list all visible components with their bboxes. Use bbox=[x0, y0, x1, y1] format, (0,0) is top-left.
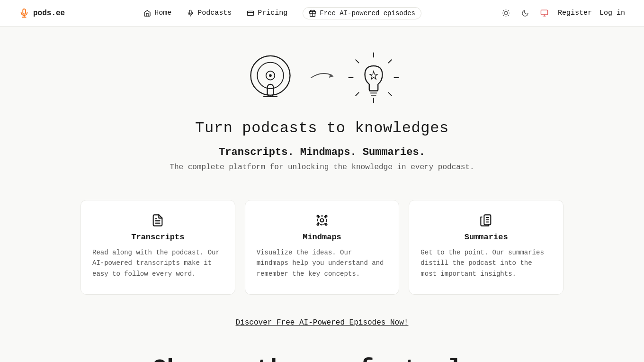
svg-line-16 bbox=[503, 15, 504, 16]
feature-card-summaries: Summaries Get to the point. Our summarie… bbox=[409, 200, 564, 295]
hero-title: Turn podcasts to knowledges bbox=[195, 119, 449, 137]
nav-right: Register Log in bbox=[500, 7, 625, 19]
credit-card-icon bbox=[247, 9, 254, 17]
nav-gift-badge[interactable]: Free AI-powered episodes bbox=[303, 7, 421, 19]
svg-point-45 bbox=[325, 216, 327, 217]
cta-section: Discover Free AI-Powered Episodes Now! bbox=[0, 314, 644, 346]
logo-icon bbox=[19, 8, 29, 18]
hero-description: The complete platform for unlocking the … bbox=[170, 163, 474, 172]
nav-podcasts[interactable]: Podcasts bbox=[187, 9, 232, 17]
transcripts-text: Read along with the podcast. Our AI-powe… bbox=[92, 247, 224, 279]
feature-card-transcripts: Transcripts Read along with the podcast.… bbox=[80, 200, 235, 295]
svg-point-42 bbox=[321, 219, 324, 222]
svg-rect-3 bbox=[189, 10, 191, 14]
login-link[interactable]: Log in bbox=[599, 9, 625, 17]
cta-link[interactable]: Discover Free AI-Powered Episodes Now! bbox=[236, 318, 409, 327]
svg-point-46 bbox=[317, 224, 319, 226]
navbar: pods.ee Home Podcasts bbox=[0, 0, 644, 27]
summaries-text: Get to the point. Our summaries distill … bbox=[420, 247, 552, 279]
svg-line-33 bbox=[388, 92, 391, 95]
svg-rect-0 bbox=[23, 9, 26, 14]
feature-cards: Transcripts Read along with the podcast.… bbox=[62, 200, 582, 295]
register-link[interactable]: Register bbox=[558, 9, 592, 17]
svg-line-12 bbox=[503, 10, 504, 11]
mindmaps-title: Mindmaps bbox=[257, 233, 388, 242]
monitor-icon-button[interactable] bbox=[538, 7, 550, 19]
nav-pricing-label: Pricing bbox=[258, 9, 287, 17]
svg-line-32 bbox=[356, 60, 358, 63]
svg-line-13 bbox=[508, 15, 509, 16]
brand-name: pods.ee bbox=[33, 9, 65, 18]
logo[interactable]: pods.ee bbox=[19, 8, 65, 18]
hero-section: Turn podcasts to knowledges Transcripts.… bbox=[0, 27, 644, 200]
pricing-title: Choose the perfect plan bbox=[9, 355, 635, 362]
mindmap-icon bbox=[257, 214, 388, 227]
microphone-icon bbox=[187, 9, 194, 17]
summaries-icon bbox=[420, 214, 552, 227]
podcast-icon bbox=[242, 49, 299, 106]
svg-line-17 bbox=[508, 10, 509, 11]
transcript-icon bbox=[92, 214, 224, 227]
nav-podcasts-label: Podcasts bbox=[197, 9, 232, 17]
bulb-icon bbox=[345, 49, 402, 106]
mindmaps-text: Visualize the ideas. Our mindmaps help y… bbox=[257, 247, 388, 279]
svg-line-35 bbox=[356, 92, 358, 95]
hero-illustration bbox=[242, 49, 402, 106]
svg-rect-5 bbox=[248, 11, 254, 15]
gift-icon bbox=[309, 9, 316, 17]
feature-card-mindmaps: Mindmaps Visualize the ideas. Our mindma… bbox=[245, 200, 400, 295]
nav-pricing[interactable]: Pricing bbox=[247, 9, 287, 17]
svg-point-24 bbox=[269, 74, 272, 77]
svg-point-44 bbox=[317, 216, 319, 217]
svg-line-34 bbox=[388, 60, 391, 63]
transcripts-title: Transcripts bbox=[92, 233, 224, 242]
hero-arrow bbox=[310, 68, 334, 82]
theme-light-button[interactable] bbox=[500, 7, 512, 19]
nav-links: Home Podcasts Pricing bbox=[143, 7, 421, 19]
svg-rect-18 bbox=[541, 10, 547, 15]
svg-marker-36 bbox=[370, 71, 378, 79]
nav-gift-label: Free AI-powered episodes bbox=[320, 9, 415, 17]
theme-dark-button[interactable] bbox=[519, 8, 531, 19]
nav-home[interactable]: Home bbox=[143, 9, 171, 17]
svg-point-9 bbox=[504, 11, 508, 15]
summaries-title: Summaries bbox=[420, 233, 552, 242]
hero-subtitle: Transcripts. Mindmaps. Summaries. bbox=[219, 146, 425, 158]
nav-home-label: Home bbox=[154, 9, 171, 17]
pricing-section: Choose the perfect plan bbox=[0, 346, 644, 362]
svg-point-43 bbox=[318, 216, 327, 225]
home-icon bbox=[143, 9, 151, 17]
svg-point-47 bbox=[325, 224, 327, 226]
